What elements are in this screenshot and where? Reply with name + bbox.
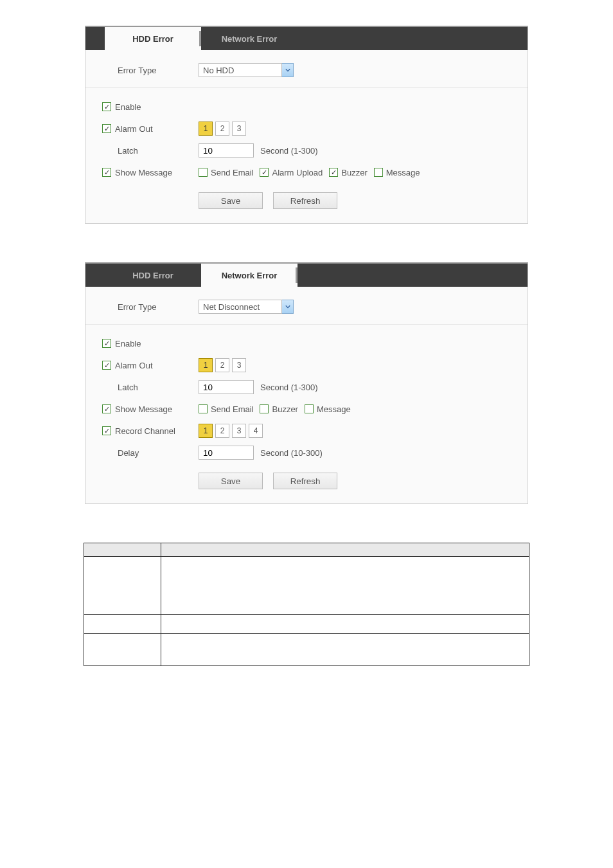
cell-param <box>84 557 161 615</box>
network-error-panel: HDD Error Network Error Error Type Net D… <box>85 262 528 504</box>
alarm-channel-2[interactable]: 2 <box>215 122 229 136</box>
buzzer-label: Buzzer <box>341 168 367 177</box>
send-email-checkbox[interactable] <box>199 404 208 413</box>
latch-input[interactable] <box>199 143 254 158</box>
latch-label: Latch <box>118 383 138 392</box>
tab-hdd-error[interactable]: HDD Error <box>105 27 201 50</box>
alarm-channel-2[interactable]: 2 <box>215 358 229 372</box>
latch-hint: Second (1-300) <box>260 383 318 392</box>
select-value: Net Disconnect <box>203 302 260 312</box>
save-button[interactable]: Save <box>199 192 263 209</box>
alarm-upload-label: Alarm Upload <box>272 168 323 177</box>
tab-label: HDD Error <box>132 271 173 280</box>
enable-checkbox[interactable] <box>102 102 111 111</box>
save-button[interactable]: Save <box>199 473 263 489</box>
latch-label: Latch <box>118 146 138 156</box>
buzzer-checkbox[interactable] <box>329 168 338 177</box>
tab-network-error[interactable]: Network Error <box>201 27 298 50</box>
table-row <box>84 557 529 615</box>
hdd-error-panel: HDD Error Network Error Error Type No HD… <box>85 26 528 224</box>
record-channel-1[interactable]: 1 <box>199 424 213 438</box>
tabbar: HDD Error Network Error <box>85 264 528 287</box>
tab-label: Network Error <box>222 271 278 280</box>
message-checkbox[interactable] <box>305 404 314 413</box>
tabbar: HDD Error Network Error <box>85 27 528 50</box>
delay-input[interactable] <box>199 446 254 460</box>
record-channel-label: Record Channel <box>115 426 175 436</box>
alarm-out-channels: 1 2 3 <box>199 122 246 136</box>
col-function <box>161 543 529 557</box>
refresh-button[interactable]: Refresh <box>273 473 337 489</box>
error-type-label: Error Type <box>118 302 156 312</box>
alarm-out-checkbox[interactable] <box>102 361 111 370</box>
show-message-label: Show Message <box>115 168 172 177</box>
panel-content: Error Type Net Disconnect Enable <box>85 287 528 503</box>
panel-content: Error Type No HDD Enable Alarm Ou <box>85 50 528 223</box>
buzzer-label: Buzzer <box>272 404 298 414</box>
tab-hdd-error[interactable]: HDD Error <box>105 264 201 287</box>
alarm-out-channels: 1 2 3 <box>199 358 246 372</box>
alarm-channel-3[interactable]: 3 <box>232 358 246 372</box>
enable-label: Enable <box>115 102 141 112</box>
record-channel-checkbox[interactable] <box>102 426 111 435</box>
parameter-table <box>84 543 529 666</box>
table-header-row <box>84 543 529 557</box>
record-channel-3[interactable]: 3 <box>232 424 246 438</box>
buzzer-checkbox[interactable] <box>260 404 269 413</box>
col-parameter <box>84 543 161 557</box>
alarm-out-label: Alarm Out <box>115 361 153 370</box>
message-label: Message <box>317 404 351 414</box>
alarm-channel-1[interactable]: 1 <box>199 122 213 136</box>
tab-network-error[interactable]: Network Error <box>201 264 298 287</box>
refresh-button[interactable]: Refresh <box>273 192 337 209</box>
show-message-label: Show Message <box>115 404 172 414</box>
send-email-label: Send Email <box>211 404 253 414</box>
delay-label: Delay <box>118 448 139 458</box>
select-value: No HDD <box>203 66 234 75</box>
chevron-down-icon[interactable] <box>282 63 294 77</box>
latch-input[interactable] <box>199 380 254 394</box>
message-label: Message <box>386 168 420 177</box>
error-type-select[interactable]: No HDD <box>199 63 294 77</box>
tab-label: HDD Error <box>132 34 173 44</box>
show-message-checkbox[interactable] <box>102 168 111 177</box>
send-email-checkbox[interactable] <box>199 168 208 177</box>
cell-param <box>84 634 161 666</box>
cell-func <box>161 557 529 615</box>
record-channel-4[interactable]: 4 <box>249 424 263 438</box>
send-email-label: Send Email <box>211 168 253 177</box>
record-channel-2[interactable]: 2 <box>215 424 229 438</box>
chevron-down-icon[interactable] <box>282 300 294 314</box>
show-message-checkbox[interactable] <box>102 404 111 413</box>
latch-hint: Second (1-300) <box>260 146 318 156</box>
parameter-table-wrap <box>84 543 529 666</box>
enable-checkbox[interactable] <box>102 339 111 348</box>
tab-label: Network Error <box>222 34 278 44</box>
alarm-channel-3[interactable]: 3 <box>232 122 246 136</box>
record-channels: 1 2 3 4 <box>199 424 263 438</box>
error-type-select[interactable]: Net Disconnect <box>199 300 294 314</box>
table-row <box>84 634 529 666</box>
alarm-out-label: Alarm Out <box>115 124 153 134</box>
alarm-channel-1[interactable]: 1 <box>199 358 213 372</box>
cell-func <box>161 634 529 666</box>
table-row <box>84 615 529 634</box>
alarm-upload-checkbox[interactable] <box>260 168 269 177</box>
message-checkbox[interactable] <box>374 168 383 177</box>
alarm-out-checkbox[interactable] <box>102 124 111 133</box>
error-type-label: Error Type <box>118 66 156 75</box>
cell-func <box>161 615 529 634</box>
cell-param <box>84 615 161 634</box>
delay-hint: Second (10-300) <box>260 448 323 458</box>
enable-label: Enable <box>115 339 141 348</box>
